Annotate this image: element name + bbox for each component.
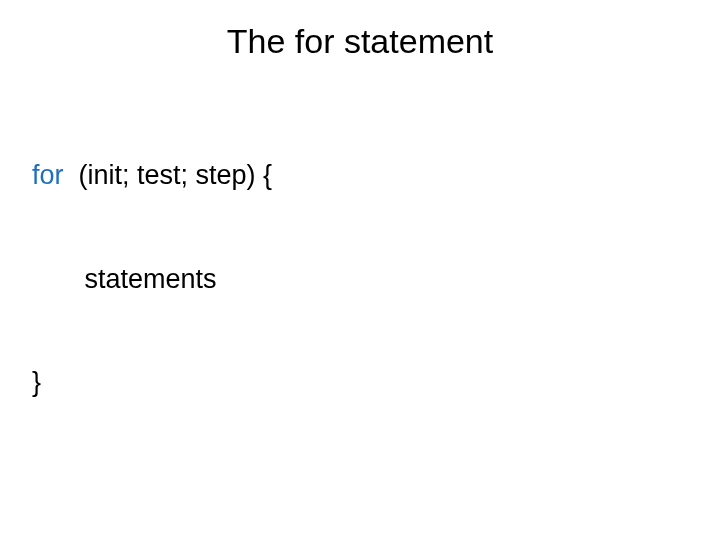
syntax-line-1-rest: (init; test; step) { [64, 160, 273, 190]
slide-body: for (init; test; step) { statements } Ex… [32, 89, 688, 540]
for-keyword: for [32, 160, 64, 190]
slide: The for statement for (init; test; step)… [0, 0, 720, 540]
syntax-line-1: for (init; test; step) { [32, 158, 688, 193]
syntax-line-2: statements [32, 262, 688, 297]
syntax-line-3: } [32, 365, 688, 400]
slide-title: The for statement [32, 22, 688, 61]
blank-gap [32, 504, 688, 534]
